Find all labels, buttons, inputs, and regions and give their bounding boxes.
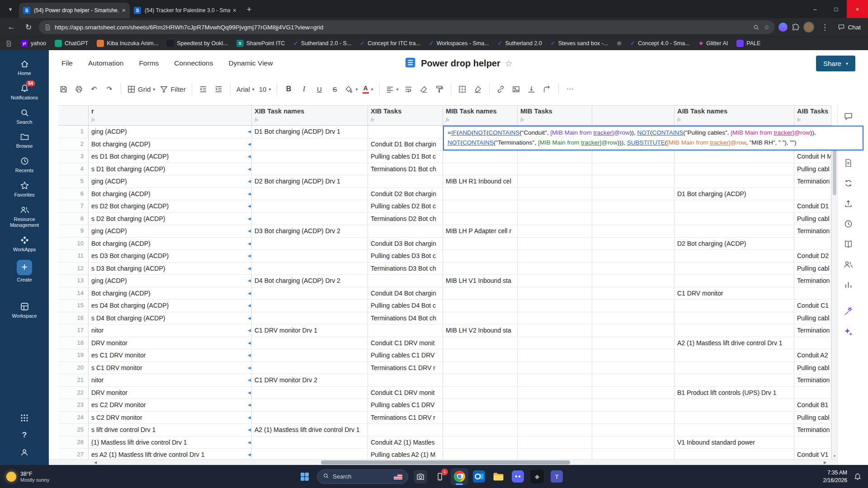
grid-cell[interactable] xyxy=(443,387,518,399)
proofs-icon[interactable] xyxy=(844,158,863,168)
grid-cell[interactable]: Termination xyxy=(794,275,831,287)
address-bar[interactable]: https://app.smartsheet.com/sheets/6Rm2HR… xyxy=(39,20,775,34)
page-info-icon[interactable] xyxy=(44,24,51,31)
grid-cell[interactable] xyxy=(252,312,368,325)
grid-cell[interactable] xyxy=(675,163,794,176)
grid-cell[interactable] xyxy=(368,275,443,287)
bookmark-star-icon[interactable]: ☆ xyxy=(764,23,770,31)
row-number[interactable]: 2 xyxy=(58,138,89,151)
taskbar-app-dark-app[interactable]: ◆ xyxy=(528,468,546,485)
grid-cell[interactable]: Conduit H M xyxy=(794,150,831,163)
grid-cell[interactable] xyxy=(794,287,831,300)
start-button[interactable] xyxy=(296,468,313,485)
sidebar-item-browse[interactable]: Browse xyxy=(0,132,49,150)
bookmark-item[interactable]: ✓Concept 4.0 - Sma... xyxy=(630,40,690,47)
grid-cell[interactable] xyxy=(592,263,675,275)
row-number[interactable]: 14 xyxy=(58,287,89,300)
grid-cell[interactable] xyxy=(794,337,831,350)
grid-cell[interactable]: A2 (1) Mastless lift drive control Drv 1 xyxy=(252,424,368,436)
link-button[interactable] xyxy=(494,81,508,97)
row-number[interactable]: 7 xyxy=(58,200,89,213)
grid-cell[interactable] xyxy=(794,436,831,449)
grid-cell[interactable]: Conduit B1 xyxy=(794,399,831,412)
grid-cell[interactable]: Terminations D4 Bot ch xyxy=(368,312,443,325)
bookmark-item[interactable]: ✓Workspaces - Sma... xyxy=(429,40,489,47)
grid-cell[interactable] xyxy=(252,337,368,350)
grid-cell[interactable] xyxy=(518,275,592,287)
grid-cell[interactable] xyxy=(592,225,675,238)
column-header[interactable]: XIB Task namesfx xyxy=(252,106,368,125)
maximize-button[interactable]: □ xyxy=(826,0,847,18)
favorite-star-icon[interactable]: ☆ xyxy=(505,58,513,69)
grid-cell[interactable] xyxy=(443,263,518,275)
text-rotate-button[interactable] xyxy=(540,81,554,97)
formula-editor[interactable]: =IF(AND(NOT(CONTAINS("Conduit", [MIB Mai… xyxy=(443,126,863,150)
row-number[interactable]: 10 xyxy=(58,238,89,250)
view-selector[interactable]: Grid ▾ xyxy=(125,81,157,97)
filter-button[interactable]: Filter xyxy=(158,81,187,97)
row-number[interactable]: 5 xyxy=(58,175,89,188)
clear-format-button[interactable] xyxy=(417,81,431,97)
grid-cell[interactable] xyxy=(252,200,368,213)
grid-cell[interactable]: D1 Bot charging (ACDP) xyxy=(675,188,794,201)
redo-button[interactable]: ↷ xyxy=(102,81,117,97)
grid-cell[interactable] xyxy=(592,250,675,263)
sidebar-item-resource-management[interactable]: Resource Management xyxy=(0,205,49,229)
grid-cell[interactable] xyxy=(443,300,518,312)
grid-cell[interactable] xyxy=(518,412,592,424)
activity-log-icon[interactable] xyxy=(844,219,863,229)
grid-cell[interactable] xyxy=(675,175,794,188)
fill-color-button[interactable]: ▾ xyxy=(343,81,359,97)
save-button[interactable] xyxy=(56,81,71,97)
grid-cell[interactable] xyxy=(252,412,368,424)
grid-cell[interactable] xyxy=(675,374,794,387)
grid-cell[interactable] xyxy=(252,399,368,412)
grid-cell[interactable]: D2 Bot charging (ACDP) xyxy=(675,238,794,250)
grid-cell[interactable]: s D4 Bot charging (ACDP)◀ xyxy=(89,312,252,325)
grid-cell[interactable]: Pulling cabl xyxy=(794,362,831,375)
print-button[interactable] xyxy=(71,81,86,97)
grid-cell[interactable]: es A2 (1) Mastless lift drive control Dr… xyxy=(89,449,252,459)
grid-cell[interactable] xyxy=(675,362,794,375)
grid-cell[interactable] xyxy=(443,412,518,424)
grid-cell[interactable] xyxy=(252,138,368,151)
grid-cell[interactable] xyxy=(252,263,368,275)
grid-cell[interactable]: D2 Bot charging (ACDP) Drv 1 xyxy=(252,175,368,188)
grid-cell[interactable]: es D1 Bot charging (ACDP)◀ xyxy=(89,150,252,163)
sharing-icon[interactable] xyxy=(844,260,863,269)
grid-cell[interactable]: s D3 Bot charging (ACDP)◀ xyxy=(89,263,252,275)
tab-close-icon[interactable]: × xyxy=(233,7,236,14)
bold-button[interactable]: B xyxy=(281,81,296,97)
grid-cell[interactable] xyxy=(443,287,518,300)
bookmark-item[interactable]: ✓Sutherland 2.0 - S... xyxy=(293,40,351,47)
italic-button[interactable]: I xyxy=(297,81,311,97)
grid-cell[interactable] xyxy=(443,399,518,412)
new-tab-button[interactable]: + xyxy=(242,3,256,16)
tab-search-button[interactable]: ▾ xyxy=(3,1,18,17)
row-number[interactable]: 3 xyxy=(58,150,89,163)
paint-format-button[interactable] xyxy=(432,81,447,97)
grid-cell[interactable] xyxy=(675,300,794,312)
grid-cell[interactable] xyxy=(368,126,443,138)
grid-cell[interactable] xyxy=(794,188,831,201)
taskbar-app-file-explorer[interactable] xyxy=(490,468,507,485)
grid-cell[interactable] xyxy=(592,424,675,436)
grid-cell[interactable] xyxy=(518,349,592,362)
grid-cell[interactable] xyxy=(592,449,675,459)
grid-cell[interactable] xyxy=(443,312,518,325)
grid-cell[interactable]: Pulling cabl xyxy=(794,312,831,325)
back-button[interactable]: ← xyxy=(5,20,18,34)
grid-cell[interactable] xyxy=(675,399,794,412)
grid-cell[interactable] xyxy=(518,188,592,201)
sidebar-item-notifications[interactable]: 54Notifications xyxy=(0,84,49,101)
grid-cell[interactable]: Conduit D3 Bot chargin xyxy=(368,238,443,250)
column-header[interactable]: XIB Tasksfx xyxy=(368,106,443,125)
grid-cell[interactable] xyxy=(252,250,368,263)
grid-cell[interactable]: Terminations D3 Bot ch xyxy=(368,263,443,275)
grid-cell[interactable]: nitor◀ xyxy=(89,374,252,387)
horizontal-scroll-thumb[interactable] xyxy=(321,460,570,465)
grid-cell[interactable] xyxy=(252,436,368,449)
grid-cell[interactable] xyxy=(443,200,518,213)
row-number[interactable]: 27 xyxy=(58,449,89,459)
grid-cell[interactable] xyxy=(518,424,592,436)
